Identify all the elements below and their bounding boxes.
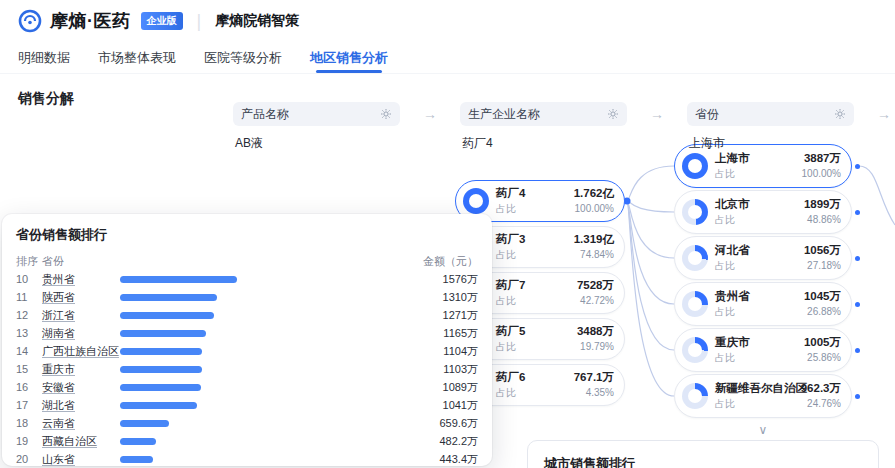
donut-chart	[463, 188, 489, 214]
province-link[interactable]: 山东省	[42, 452, 120, 467]
city-ranking-title: 城市销售额排行	[544, 455, 862, 468]
node-amount: 1056万	[804, 244, 841, 257]
province-ranking-panel: 省份销售额排行 排序 省份 金额（元） 10 贵州省 1576万 11	[2, 214, 492, 466]
node-ratio: 26.88%	[804, 306, 841, 318]
brand-name: 摩熵·医药	[50, 9, 131, 33]
node-ratio: 24.76%	[801, 398, 841, 410]
rank-value: 10	[16, 273, 42, 285]
bar-track	[120, 330, 392, 337]
tab-item[interactable]: 医院等级分析	[204, 42, 282, 73]
tab-item[interactable]: 明细数据	[18, 42, 70, 73]
ranking-row: 12 浙江省 1271万	[16, 306, 478, 324]
amount-bar	[120, 276, 237, 283]
city-ranking-panel: 城市销售额排行	[527, 440, 879, 468]
ratio-label: 占比	[715, 168, 802, 180]
ranking-row: 18 云南省 659.6万	[16, 414, 478, 432]
node-ratio: 74.84%	[574, 249, 614, 261]
donut-chart	[682, 337, 708, 363]
node-amount: 1.762亿	[574, 187, 614, 200]
app-header: 摩熵·医药 企业版 | 摩熵院销智策	[0, 0, 895, 42]
ranking-row: 17 湖北省 1041万	[16, 396, 478, 414]
filter-group: 省份 上海市	[687, 102, 854, 152]
province-link[interactable]: 湖北省	[42, 398, 120, 413]
node-ratio: 19.79%	[577, 341, 614, 353]
province-link[interactable]: 湖南省	[42, 326, 120, 341]
ratio-label: 占比	[715, 214, 804, 226]
province-node[interactable]: 重庆市 占比 1005万 25.86%	[674, 328, 852, 372]
rank-value: 11	[16, 291, 42, 303]
settings-icon[interactable]	[607, 108, 619, 120]
ranking-header-row: 排序 省份 金额（元）	[16, 252, 478, 270]
node-name: 药厂5	[496, 325, 577, 338]
amount-bar	[120, 456, 153, 463]
filter-group: 产品名称 AB液	[233, 102, 400, 152]
amount-bar	[120, 348, 202, 355]
node-ratio: 27.18%	[804, 260, 841, 272]
province-link[interactable]: 重庆市	[42, 362, 120, 377]
province-node[interactable]: 河北省 占比 1056万 27.18%	[674, 236, 852, 280]
province-column: 上海市 占比 3887万 100.00% 北京市 占比	[674, 144, 852, 436]
filter-group: 生产企业名称 药厂4	[460, 102, 627, 152]
ratio-label: 占比	[715, 398, 801, 410]
bar-track	[120, 312, 392, 319]
tab-bar: 明细数据 市场整体表现 医院等级分析 地区销售分析	[0, 42, 895, 74]
col-amount: 金额（元）	[392, 254, 478, 269]
node-amount: 3887万	[802, 152, 841, 165]
flow-arrow-icon: →	[400, 102, 460, 152]
ranking-row: 19 西藏自治区 482.2万	[16, 432, 478, 450]
province-link[interactable]: 西藏自治区	[42, 434, 120, 449]
ranking-title: 省份销售额排行	[16, 226, 478, 244]
flow-arrow-icon: →	[627, 102, 687, 152]
bar-track	[120, 456, 392, 463]
province-link[interactable]: 广西壮族自治区	[42, 344, 120, 359]
rank-value: 13	[16, 327, 42, 339]
province-link[interactable]: 安徽省	[42, 380, 120, 395]
province-link[interactable]: 陕西省	[42, 290, 120, 305]
filter-pill[interactable]: 产品名称	[233, 102, 400, 126]
province-node[interactable]: 新疆维吾尔自治区 占比 962.3万 24.76%	[674, 374, 852, 418]
filter-pill[interactable]: 生产企业名称	[460, 102, 627, 126]
rank-value: 17	[16, 399, 42, 411]
tab-item[interactable]: 市场整体表现	[98, 42, 176, 73]
header-divider: |	[197, 11, 202, 32]
settings-icon[interactable]	[380, 108, 392, 120]
rank-value: 14	[16, 345, 42, 357]
col-province: 省份	[42, 254, 120, 269]
bar-track	[120, 348, 392, 355]
chevron-down-icon[interactable]: ∨	[674, 424, 852, 436]
rank-value: 16	[16, 381, 42, 393]
filter-pill[interactable]: 省份	[687, 102, 854, 126]
province-link[interactable]: 浙江省	[42, 308, 120, 323]
amount-value: 443.4万	[392, 452, 478, 467]
node-name: 上海市	[715, 152, 802, 165]
bar-track	[120, 276, 392, 283]
amount-value: 1271万	[392, 308, 478, 323]
node-name: 药厂3	[496, 233, 574, 246]
flow-arrow-icon: →	[854, 102, 895, 152]
amount-bar	[120, 438, 156, 445]
node-name: 药厂7	[496, 279, 577, 292]
amount-value: 1310万	[392, 290, 478, 305]
amount-bar	[120, 312, 214, 319]
province-link[interactable]: 云南省	[42, 416, 120, 431]
filter-selected-value: 药厂4	[460, 135, 627, 152]
donut-chart	[682, 291, 708, 317]
ranking-row: 16 安徽省 1089万	[16, 378, 478, 396]
tab-item[interactable]: 地区销售分析	[310, 42, 388, 73]
node-ratio: 100.00%	[802, 168, 841, 180]
amount-value: 659.6万	[392, 416, 478, 431]
rank-value: 19	[16, 435, 42, 447]
amount-value: 1576万	[392, 272, 478, 287]
province-node[interactable]: 北京市 占比 1899万 48.86%	[674, 190, 852, 234]
settings-icon[interactable]	[834, 108, 846, 120]
filter-selected-value: AB液	[233, 135, 400, 152]
bar-track	[120, 420, 392, 427]
province-link[interactable]: 贵州省	[42, 272, 120, 287]
node-amount: 1045万	[804, 290, 841, 303]
ranking-row: 11 陕西省 1310万	[16, 288, 478, 306]
ranking-row: 14 广西壮族自治区 1104万	[16, 342, 478, 360]
province-node[interactable]: 贵州省 占比 1045万 26.88%	[674, 282, 852, 326]
amount-value: 1165万	[392, 326, 478, 341]
rank-value: 12	[16, 309, 42, 321]
amount-bar	[120, 384, 201, 391]
